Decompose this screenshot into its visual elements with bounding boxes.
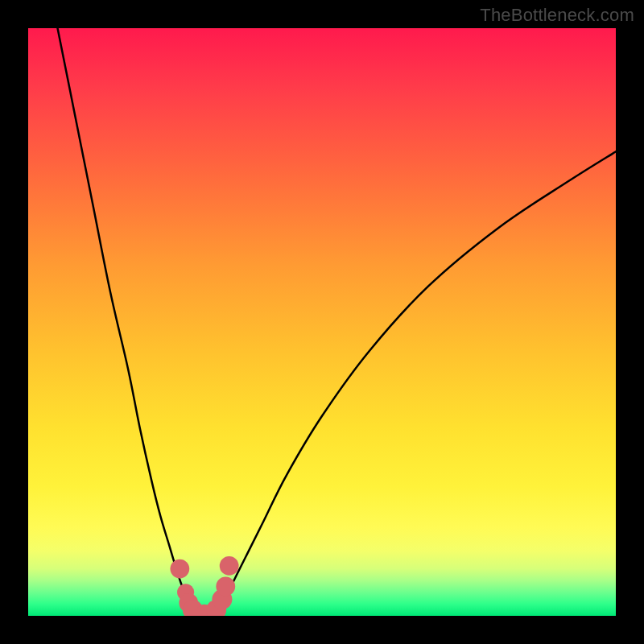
data-marker	[170, 559, 189, 579]
curve-path	[58, 28, 617, 614]
watermark-text: TheBottleneck.com	[480, 5, 634, 26]
chart-frame: TheBottleneck.com	[0, 0, 644, 644]
data-marker	[216, 577, 235, 597]
plot-area	[28, 28, 616, 616]
data-marker	[220, 556, 239, 576]
bottleneck-curve	[28, 28, 616, 616]
